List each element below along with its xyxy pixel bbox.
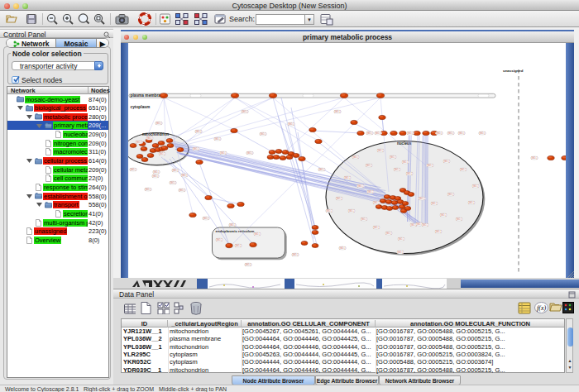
svg-text:[GO..]: [GO..] bbox=[440, 213, 446, 217]
svg-text:[GO..]: [GO..] bbox=[373, 201, 379, 204]
svg-text:[GO..]: [GO..] bbox=[422, 223, 428, 227]
svg-text:[GO..]: [GO..] bbox=[245, 263, 251, 266]
svg-text:[GO..]: [GO..] bbox=[145, 188, 151, 191]
svg-text:[GO..]: [GO..] bbox=[146, 136, 152, 140]
svg-text:[GO..]: [GO..] bbox=[435, 230, 441, 233]
svg-text:[GO..]: [GO..] bbox=[130, 168, 136, 171]
svg-text:[GO..]: [GO..] bbox=[203, 217, 208, 220]
svg-text:[GO..]: [GO..] bbox=[431, 202, 437, 205]
svg-text:[GO..]: [GO..] bbox=[242, 110, 247, 113]
svg-text:[GO..]: [GO..] bbox=[443, 160, 449, 163]
svg-text:[GO..]: [GO..] bbox=[406, 172, 412, 175]
svg-text:[GO..]: [GO..] bbox=[390, 155, 395, 159]
svg-text:[GO..]: [GO..] bbox=[366, 131, 372, 135]
svg-text:[GO..]: [GO..] bbox=[447, 131, 453, 135]
svg-text:[GO..]: [GO..] bbox=[366, 164, 371, 167]
svg-text:[GO..]: [GO..] bbox=[288, 122, 294, 126]
svg-text:[GO..]: [GO..] bbox=[220, 151, 226, 155]
svg-text:[GO..]: [GO..] bbox=[375, 131, 380, 135]
svg-text:[GO..]: [GO..] bbox=[398, 237, 404, 241]
svg-text:[GO..]: [GO..] bbox=[156, 122, 161, 125]
svg-text:[GO..]: [GO..] bbox=[292, 253, 298, 256]
svg-text:[GO..]: [GO..] bbox=[460, 168, 466, 171]
svg-text:[GO..]: [GO..] bbox=[472, 184, 478, 188]
svg-text:[GO..]: [GO..] bbox=[531, 156, 537, 160]
svg-text:unassigned: unassigned bbox=[503, 69, 524, 73]
svg-text:f(x): f(x) bbox=[537, 304, 546, 312]
svg-text:[GO..]: [GO..] bbox=[172, 169, 178, 172]
svg-text:[GO..]: [GO..] bbox=[235, 244, 241, 247]
svg-text:[GO..]: [GO..] bbox=[397, 251, 403, 254]
svg-text:[GO..]: [GO..] bbox=[394, 168, 400, 171]
svg-text:[GO..]: [GO..] bbox=[195, 130, 201, 133]
svg-text:cytoplasm: cytoplasm bbox=[131, 105, 151, 109]
svg-text:[GO..]: [GO..] bbox=[336, 197, 342, 200]
svg-text:[GO..]: [GO..] bbox=[361, 218, 366, 221]
svg-text:[GO..]: [GO..] bbox=[216, 238, 222, 241]
svg-text:[GO..]: [GO..] bbox=[427, 164, 433, 167]
svg-text:[GO..]: [GO..] bbox=[246, 151, 252, 155]
svg-text:[GO..]: [GO..] bbox=[260, 132, 266, 136]
svg-text:[GO..]: [GO..] bbox=[344, 176, 350, 179]
svg-text:[GO..]: [GO..] bbox=[373, 226, 379, 229]
svg-text:[GO..]: [GO..] bbox=[136, 141, 141, 144]
svg-text:[GO..]: [GO..] bbox=[419, 197, 424, 200]
svg-text:[GO..]: [GO..] bbox=[352, 155, 358, 159]
svg-text:[GO..]: [GO..] bbox=[152, 174, 158, 178]
svg-text:[GO..]: [GO..] bbox=[214, 137, 220, 141]
svg-text:[GO..]: [GO..] bbox=[447, 193, 453, 196]
svg-text:[GO..]: [GO..] bbox=[181, 174, 187, 177]
svg-text:[GO..]: [GO..] bbox=[357, 184, 363, 188]
svg-text:[GO..]: [GO..] bbox=[348, 209, 354, 213]
svg-text:[GO..]: [GO..] bbox=[479, 131, 485, 135]
svg-text:[GO..]: [GO..] bbox=[170, 181, 175, 184]
svg-text:[GO..]: [GO..] bbox=[402, 160, 408, 164]
svg-text:[GO..]: [GO..] bbox=[153, 170, 159, 174]
svg-text:[GO..]: [GO..] bbox=[334, 110, 340, 113]
svg-text:[GO..]: [GO..] bbox=[193, 147, 199, 151]
svg-text:[GO..]: [GO..] bbox=[456, 218, 462, 221]
svg-text:[GO..]: [GO..] bbox=[339, 246, 345, 250]
svg-text:[GO..]: [GO..] bbox=[385, 232, 391, 235]
svg-text:[GO..]: [GO..] bbox=[458, 131, 464, 135]
svg-text:[GO..]: [GO..] bbox=[468, 201, 474, 204]
svg-text:[GO..]: [GO..] bbox=[326, 209, 332, 213]
svg-text:endoplasmic reticulum: endoplasmic reticulum bbox=[216, 229, 255, 233]
svg-text:[GO..]: [GO..] bbox=[229, 223, 235, 227]
svg-text:[GO..]: [GO..] bbox=[436, 131, 442, 135]
svg-text:[GO..]: [GO..] bbox=[367, 190, 373, 194]
svg-text:[GO..]: [GO..] bbox=[407, 131, 413, 135]
svg-text:[GO..]: [GO..] bbox=[179, 189, 184, 192]
svg-text:[GO..]: [GO..] bbox=[377, 149, 383, 152]
svg-text:[GO..]: [GO..] bbox=[318, 168, 324, 171]
svg-text:[GO..]: [GO..] bbox=[254, 232, 260, 236]
svg-text:[GO..]: [GO..] bbox=[159, 152, 165, 155]
